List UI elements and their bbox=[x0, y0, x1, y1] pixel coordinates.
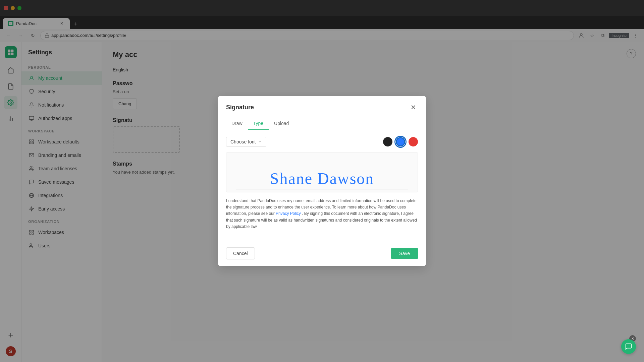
save-button[interactable]: Save bbox=[391, 248, 418, 259]
privacy-policy-link[interactable]: Privacy Policy bbox=[276, 211, 301, 216]
modal-header: Signature ✕ bbox=[218, 96, 426, 112]
font-chooser-label: Choose font bbox=[230, 139, 256, 144]
legal-text-block: I understand that PandaDoc uses my name,… bbox=[226, 198, 418, 230]
font-chooser[interactable]: Choose font bbox=[226, 137, 266, 147]
modal-title: Signature bbox=[226, 104, 254, 111]
tab-draw[interactable]: Draw bbox=[226, 117, 248, 130]
signature-preview-area: Shane Dawson bbox=[226, 152, 418, 192]
signature-underline bbox=[236, 189, 408, 189]
color-red-circle[interactable] bbox=[409, 137, 418, 146]
font-color-row: Choose font bbox=[226, 137, 418, 147]
modal-close-btn[interactable]: ✕ bbox=[409, 103, 418, 112]
chevron-down-icon bbox=[258, 140, 262, 144]
chat-bubble[interactable] bbox=[621, 339, 636, 354]
modal-overlay[interactable]: Signature ✕ Draw Type Upload Choose font bbox=[0, 0, 644, 362]
color-circles bbox=[383, 137, 418, 146]
tab-type[interactable]: Type bbox=[248, 117, 269, 130]
modal-body: Choose font Shane Dawson I understand th… bbox=[218, 130, 426, 243]
color-black-circle[interactable] bbox=[383, 137, 392, 146]
tab-upload[interactable]: Upload bbox=[269, 117, 294, 130]
signature-preview-text: Shane Dawson bbox=[270, 169, 374, 188]
modal-footer: Cancel Save bbox=[218, 243, 426, 266]
color-blue-circle[interactable] bbox=[396, 137, 405, 146]
modal-tabs: Draw Type Upload bbox=[218, 117, 426, 130]
cancel-button[interactable]: Cancel bbox=[226, 247, 255, 259]
signature-modal: Signature ✕ Draw Type Upload Choose font bbox=[218, 96, 426, 266]
